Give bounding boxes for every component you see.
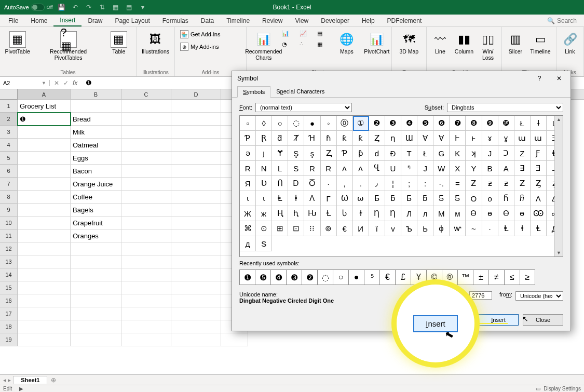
cell-C12[interactable] [121,242,171,255]
display-settings-icon[interactable]: ▭ [536,386,540,391]
dropdown-icon[interactable]: ▾ [138,3,147,12]
row-header-5[interactable]: 5 [0,152,17,165]
pivottable-button[interactable]: ▦ PivotTable [3,29,32,57]
tab-developer[interactable]: Developer [315,15,356,26]
row-header-3[interactable]: 3 [0,126,17,139]
freeze-icon[interactable]: ▤ [125,3,134,12]
chart-pie-icon[interactable]: ◔ [280,40,295,49]
symbol-cell[interactable]: J [417,161,433,176]
symbol-cell[interactable]: ж [256,206,272,221]
redo-icon[interactable]: ↷ [84,3,93,12]
cell-C15[interactable] [121,281,171,294]
cell-B8[interactable]: Coffee [71,191,121,204]
cell-B4[interactable]: Oatmeal [71,139,121,152]
recent-symbol[interactable]: ○ [333,269,348,285]
table-button[interactable]: ▦ Table [105,29,133,57]
cell-B7[interactable]: Orange Juice [71,178,121,191]
row-header-16[interactable]: 16 [0,294,17,307]
symbol-cell[interactable]: ; [401,176,417,191]
symbol-cell[interactable]: -. [433,176,450,191]
symbol-cell[interactable]: G [433,146,450,161]
cell-B2[interactable]: Bread [71,113,121,126]
chart-col-icon[interactable]: 📊 [280,29,295,38]
symbol-cell[interactable]: ȷ [256,146,272,161]
sheet-nav[interactable]: ◂ ▸ [3,376,11,384]
tab-draw[interactable]: Draw [82,15,108,26]
cell-C7[interactable] [121,178,171,191]
scroll-up-icon[interactable]: ▲ [555,116,563,123]
symbol-cell[interactable]: ƙ [353,131,369,146]
tab-home[interactable]: Home [24,15,53,26]
symbol-cell[interactable]: Ⴑ [337,206,353,221]
symbol-cell[interactable]: Ɽ [256,131,272,146]
font-select[interactable]: (normal text) [255,103,352,112]
cell-D14[interactable] [171,268,221,281]
symbol-cell[interactable]: A [498,161,514,176]
symbol-cell[interactable]: ⌘ [240,221,256,236]
symbol-cell[interactable]: Ⴃ [304,176,320,191]
recent-symbol[interactable]: ❷ [302,269,317,285]
recent-symbol[interactable]: ❹ [270,269,286,285]
scroll-down-icon[interactable]: ▼ [555,249,563,256]
cell-B13[interactable] [71,255,121,268]
cell-C5[interactable] [121,152,171,165]
symbol-cell[interactable]: ❷ [369,116,385,131]
symbol-cell[interactable]: · [321,176,337,191]
spark-line-button[interactable]: 〰Line [430,29,451,57]
symbol-cell[interactable]: ƶ [498,176,514,191]
cell-D15[interactable] [171,281,221,294]
recent-symbol[interactable]: ❺ [255,269,270,285]
cell-C10[interactable] [121,217,171,229]
spark-column-button[interactable]: ▮▮Column [453,29,476,57]
tab-special-chars[interactable]: Special Characters [270,86,330,97]
symbol-cell[interactable]: d [369,146,385,161]
symbol-cell[interactable]: Ð [385,146,401,161]
symbol-cell[interactable]: : [417,176,433,191]
symbol-cell[interactable]: Λ [531,191,547,206]
symbol-cell[interactable]: ƶ [482,176,498,191]
col-header-D[interactable]: D [171,89,221,99]
symbol-cell[interactable]: Ѡ [337,191,353,206]
cell-A8[interactable] [18,191,71,204]
cell-A15[interactable] [18,281,71,294]
symbol-cell[interactable]: ∀ [417,131,433,146]
symbol-cell[interactable]: Ɵ [498,206,514,221]
symbol-cell[interactable]: ⱡ [514,221,531,236]
cell-C6[interactable] [121,165,171,178]
symbol-cell[interactable]: Ƶ [514,176,531,191]
symbol-cell[interactable]: л [417,206,433,221]
recent-symbol[interactable]: ❸ [286,269,302,285]
symbol-cell[interactable]: ɵ [514,206,531,221]
3dmap-button[interactable]: 🗺3D Map [395,29,423,57]
symbol-cell[interactable]: ⊚ [321,221,337,236]
cell-B11[interactable]: Oranges [71,229,121,242]
cell-A13[interactable] [18,255,71,268]
symbol-cell[interactable]: K [450,146,466,161]
cell-A5[interactable] [18,152,71,165]
row-header-10[interactable]: 10 [0,217,17,229]
symbol-cell[interactable]: Ⴌ [498,191,514,206]
symbol-cell[interactable]: Ⱨ [272,206,288,221]
symbol-cell[interactable]: Ɵ [466,206,482,221]
symbol-cell[interactable]: ⊡ [288,221,304,236]
symbol-cell[interactable]: ❿ [498,116,514,131]
cell-E19[interactable] [221,333,248,346]
symbol-cell[interactable]: R [304,161,320,176]
cell-D18[interactable] [171,320,221,333]
symbol-cell[interactable]: N [256,161,272,176]
cell-C1[interactable] [121,100,171,113]
recent-symbol[interactable]: ± [473,269,488,285]
recommended-charts-button[interactable]: 📊 Recommended Charts [250,29,278,63]
row-header-1[interactable]: 1 [0,100,17,113]
cell-A18[interactable] [18,320,71,333]
tab-formulas[interactable]: Formulas [156,15,195,26]
cell-D16[interactable] [171,294,221,307]
tab-data[interactable]: Data [195,15,220,26]
symbol-cell[interactable]: Ⱡ [272,191,288,206]
borders-icon[interactable]: ▦ [111,3,120,12]
symbol-scrollbar[interactable]: ▲ ▼ [554,116,563,256]
cell-B18[interactable] [71,320,121,333]
symbol-cell[interactable]: S [288,161,304,176]
symbol-cell[interactable]: ◊ [256,116,272,131]
cell-D17[interactable] [171,307,221,320]
